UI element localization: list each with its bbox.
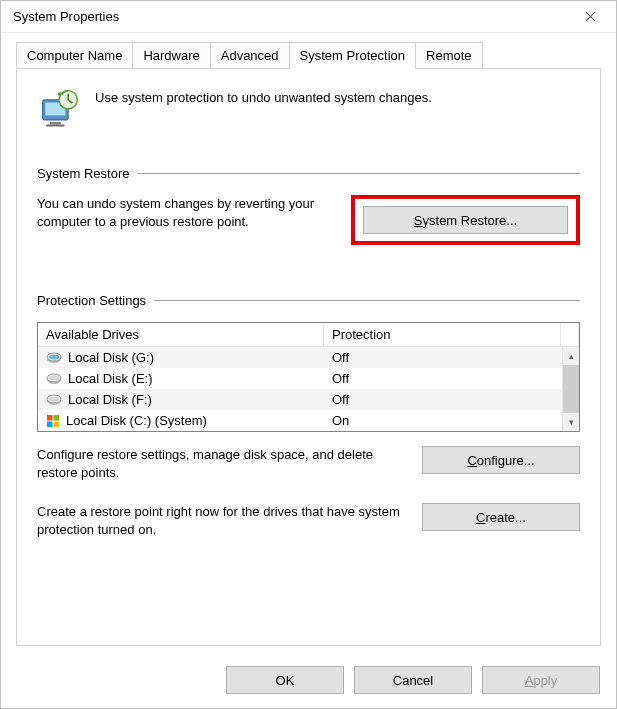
ok-button[interactable]: OK bbox=[226, 666, 344, 694]
drives-table: Available Drives Protection Local Disk (… bbox=[37, 322, 580, 432]
tabstrip: Computer Name Hardware Advanced System P… bbox=[1, 33, 616, 68]
drives-body: Local Disk (G:) Off Local Disk (E:) Off bbox=[38, 347, 579, 431]
svg-rect-2 bbox=[50, 122, 61, 125]
svg-rect-16 bbox=[54, 415, 60, 421]
svg-point-11 bbox=[49, 375, 59, 380]
table-row[interactable]: Local Disk (F:) Off bbox=[38, 389, 562, 410]
svg-rect-17 bbox=[47, 421, 53, 427]
highlight-box: System Restore... bbox=[351, 195, 580, 245]
close-icon bbox=[585, 11, 596, 22]
system-properties-window: System Properties Computer Name Hardware… bbox=[0, 0, 617, 709]
divider bbox=[137, 173, 580, 174]
scroll-up-icon[interactable]: ▴ bbox=[563, 347, 579, 365]
tab-advanced[interactable]: Advanced bbox=[211, 42, 290, 69]
create-button[interactable]: Create... bbox=[422, 503, 580, 531]
scroll-down-icon[interactable]: ▾ bbox=[563, 413, 579, 431]
scroll-thumb[interactable] bbox=[563, 365, 579, 413]
drive-icon bbox=[46, 373, 62, 385]
dialog-buttons: OK Cancel Apply bbox=[1, 656, 616, 708]
section-protection-settings: Protection Settings bbox=[37, 293, 580, 308]
create-description: Create a restore point right now for the… bbox=[37, 503, 408, 538]
tab-panel: Use system protection to undo unwanted s… bbox=[16, 68, 601, 646]
create-row: Create a restore point right now for the… bbox=[37, 503, 580, 538]
column-header-drives[interactable]: Available Drives bbox=[38, 323, 324, 346]
table-row[interactable]: Local Disk (G:) Off bbox=[38, 347, 562, 368]
tab-remote[interactable]: Remote bbox=[416, 42, 483, 69]
table-row[interactable]: Local Disk (C:) (System) On bbox=[38, 410, 562, 431]
titlebar: System Properties bbox=[1, 1, 616, 33]
tab-hardware[interactable]: Hardware bbox=[133, 42, 210, 69]
svg-point-14 bbox=[49, 396, 59, 401]
table-row[interactable]: Local Disk (E:) Off bbox=[38, 368, 562, 389]
svg-rect-18 bbox=[54, 421, 60, 427]
window-title: System Properties bbox=[13, 9, 119, 24]
intro-row: Use system protection to undo unwanted s… bbox=[37, 87, 580, 131]
configure-row: Configure restore settings, manage disk … bbox=[37, 446, 580, 481]
windows-drive-icon bbox=[46, 414, 60, 428]
drive-icon bbox=[46, 352, 62, 364]
restore-row: You can undo system changes by reverting… bbox=[37, 195, 580, 245]
svg-rect-3 bbox=[46, 125, 64, 127]
restore-description: You can undo system changes by reverting… bbox=[37, 195, 345, 230]
scrollbar[interactable]: ▴ ▾ bbox=[562, 347, 579, 431]
divider bbox=[154, 300, 580, 301]
system-restore-button[interactable]: System Restore... bbox=[363, 206, 568, 234]
section-system-restore: System Restore bbox=[37, 166, 580, 181]
tab-system-protection[interactable]: System Protection bbox=[290, 42, 417, 69]
cancel-button[interactable]: Cancel bbox=[354, 666, 472, 694]
column-header-protection[interactable]: Protection bbox=[324, 323, 561, 346]
drive-icon bbox=[46, 394, 62, 406]
apply-button[interactable]: Apply bbox=[482, 666, 600, 694]
section-heading-restore: System Restore bbox=[37, 166, 129, 181]
svg-point-8 bbox=[49, 354, 59, 359]
tab-computer-name[interactable]: Computer Name bbox=[16, 42, 133, 69]
drives-header: Available Drives Protection bbox=[38, 323, 579, 347]
close-button[interactable] bbox=[568, 3, 612, 31]
section-heading-protection: Protection Settings bbox=[37, 293, 146, 308]
intro-text: Use system protection to undo unwanted s… bbox=[95, 87, 432, 107]
system-protection-icon bbox=[37, 87, 81, 131]
configure-button[interactable]: Configure... bbox=[422, 446, 580, 474]
configure-description: Configure restore settings, manage disk … bbox=[37, 446, 408, 481]
svg-rect-15 bbox=[47, 415, 53, 421]
